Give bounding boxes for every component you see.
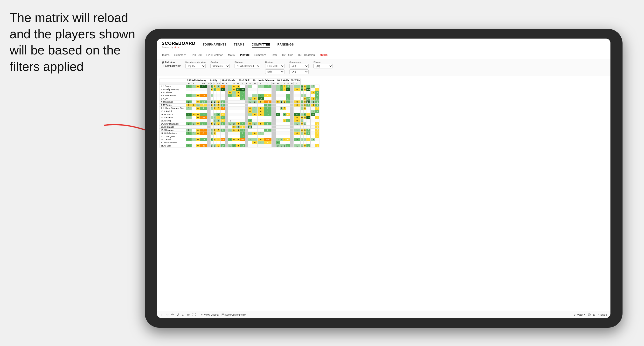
data-cell: 0 [236, 94, 240, 97]
data-cell [248, 94, 252, 97]
subnav-players[interactable]: Players [240, 52, 250, 57]
nav-tournaments[interactable]: TOURNAMENTS [203, 42, 226, 48]
table-row: 21. O Stoll40-332101413010221111090 [160, 144, 320, 148]
data-cell [311, 119, 315, 122]
full-view-radio[interactable] [162, 61, 164, 64]
data-cell: 2 [276, 144, 280, 148]
region-all-select[interactable]: (All) [265, 69, 284, 74]
zoom-in-icon[interactable]: ⊕ [187, 313, 190, 317]
za-w: W [290, 82, 294, 85]
data-cell [240, 107, 245, 110]
share-btn[interactable]: ↗ Share [598, 314, 607, 316]
grid-btn[interactable]: ⊞ [593, 314, 595, 316]
data-cell: 14 [258, 97, 264, 100]
nav-rankings[interactable]: RANKINGS [278, 42, 294, 48]
data-cell: 1 [200, 107, 207, 110]
woods-l: L [225, 82, 228, 85]
subnav-h2h-heatmap[interactable]: H2H Heatmap [206, 53, 223, 57]
data-cell: 0 [315, 88, 320, 91]
data-cell: 10 [240, 144, 245, 148]
zoom-out-icon[interactable]: ⊖ [182, 313, 184, 317]
data-cell: 3 [220, 129, 225, 132]
data-cell [294, 135, 301, 138]
view-toggle: Full View Compact View [162, 61, 180, 67]
nav-committee[interactable]: COMMITTEE [252, 42, 270, 48]
data-cell [236, 113, 240, 116]
players-select[interactable]: (All) [314, 64, 333, 68]
data-cell [248, 88, 252, 91]
conference-select[interactable]: (All) [289, 64, 308, 68]
subnav-summary[interactable]: Summary [174, 53, 186, 57]
data-cell [236, 97, 240, 100]
full-view-option[interactable]: Full View [162, 61, 180, 64]
data-cell: -58 [200, 116, 207, 119]
data-cell [192, 126, 196, 129]
data-cell: 3 [280, 85, 283, 88]
player-name-cell: 1. J Garcia [160, 85, 186, 88]
data-cell: 1 [280, 107, 283, 110]
data-cell: 2 [311, 100, 315, 104]
woods-dif: Dif [232, 82, 236, 85]
subnav-summary2[interactable]: Summary [254, 53, 266, 57]
gender-select[interactable]: Women's Men's [210, 64, 230, 68]
subnav-h2h-grid2[interactable]: H2H Grid [282, 53, 293, 57]
toolbar-sep1 [198, 313, 198, 317]
data-cell: 0 [186, 104, 192, 107]
subnav-h2h-heatmap2[interactable]: H2H Heatmap [298, 53, 315, 57]
save-custom-label: Save Custom View [225, 314, 246, 316]
data-cell [210, 119, 213, 122]
comment-btn[interactable]: 💬 [588, 314, 591, 316]
data-cell [248, 104, 252, 107]
data-cell [252, 135, 258, 138]
data-cell [200, 119, 207, 122]
data-cell [228, 135, 232, 138]
division-select[interactable]: NCAA Division II NCAA Division I NCAA Di… [234, 64, 260, 68]
data-cell: 1 [213, 116, 216, 119]
save-custom-btn[interactable]: 💾 Save Custom View [222, 314, 246, 316]
watch-btn[interactable]: ⊙ Watch ▾ [574, 314, 585, 316]
data-cell [248, 116, 252, 119]
undo-icon[interactable]: ↩ [160, 313, 163, 317]
max-players-select[interactable]: Top 25 Top 50 All [185, 64, 206, 68]
division-label: Division [234, 61, 260, 63]
data-cell [286, 107, 290, 110]
region-select[interactable]: East - DII West - DII (All) [265, 64, 284, 68]
data-cell [240, 104, 245, 107]
data-cell: 1 [210, 107, 213, 110]
data-cell: 1 [248, 85, 252, 88]
dy-t: T [213, 82, 216, 85]
fullscreen-icon[interactable]: ⛶ [192, 313, 196, 317]
grid-icon: ⊞ [593, 314, 595, 316]
subnav-detail[interactable]: Detail [270, 53, 277, 57]
redo-icon[interactable]: ↪ [166, 313, 169, 317]
compact-view-option[interactable]: Compact View [162, 65, 180, 67]
refresh-icon[interactable]: ↺ [176, 313, 179, 317]
matrix-content[interactable]: 2. M Kelly Mulcahy 6. A Dy 11. G Woods 2… [157, 76, 610, 311]
view-original-btn[interactable]: 👁 View: Original [201, 314, 219, 316]
data-cell: 0 [286, 113, 290, 116]
subnav-h2h-grid[interactable]: H2H Grid [190, 53, 202, 57]
data-cell [252, 116, 258, 119]
conference-all-select[interactable]: (All) [289, 69, 308, 74]
data-cell: -4 [264, 100, 272, 104]
data-cell [236, 141, 240, 144]
back-icon[interactable]: ↶ [171, 313, 174, 317]
nav-teams[interactable]: TEAMS [234, 42, 245, 48]
data-cell [252, 119, 258, 122]
data-cell: 0 [315, 107, 320, 110]
data-cell [196, 91, 200, 94]
data-cell: 1 [294, 129, 301, 132]
data-cell [192, 91, 196, 94]
subnav-matrix2[interactable]: Matrix [320, 52, 328, 57]
logo-powered: Powered by clippd [162, 46, 196, 48]
subnav-teams[interactable]: Teams [162, 53, 170, 57]
subnav-matrix[interactable]: Matrix [228, 53, 235, 57]
compact-view-radio[interactable] [162, 65, 164, 67]
data-cell: 0 [196, 122, 200, 126]
data-cell: 1 [240, 132, 245, 135]
data-cell [186, 141, 192, 144]
table-row: 7. O Mitchell30182202120-401040402423 [160, 100, 320, 104]
data-cell [200, 126, 207, 129]
data-cell: 0 [315, 135, 320, 138]
data-cell: 1 [213, 122, 216, 126]
